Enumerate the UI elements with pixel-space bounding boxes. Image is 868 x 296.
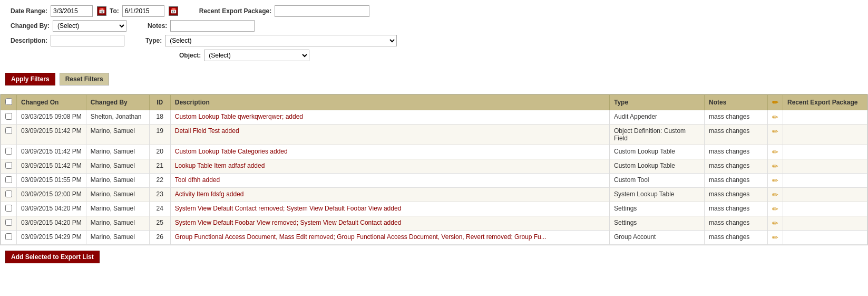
row-description-link[interactable]: Custom Lookup Table Categories added bbox=[175, 148, 288, 155]
row-id: 18 bbox=[149, 110, 170, 125]
object-select[interactable]: (Select) bbox=[204, 50, 309, 61]
row-edit-cell[interactable]: ✏ bbox=[768, 125, 783, 145]
row-description-link[interactable]: System View Default Foobar View removed;… bbox=[175, 219, 402, 226]
row-description-link[interactable]: Tool dfhh added bbox=[175, 176, 220, 184]
row-description-link[interactable]: Group Functional Access Document, Mass E… bbox=[175, 233, 547, 241]
row-description-link[interactable]: System View Default Contact removed; Sys… bbox=[175, 205, 402, 212]
row-type: Custom Tool bbox=[610, 174, 705, 188]
row-edit-cell[interactable]: ✏ bbox=[768, 110, 783, 125]
row-description-link[interactable]: Activity Item fdsfg added bbox=[175, 190, 244, 198]
header-id[interactable]: ID bbox=[149, 95, 170, 110]
row-checkbox-cell[interactable] bbox=[1, 125, 17, 145]
date-from-calendar-icon[interactable]: 📅 bbox=[97, 6, 106, 16]
row-description: Custom Lookup Table Categories added bbox=[170, 145, 609, 159]
row-checkbox[interactable] bbox=[5, 205, 12, 212]
row-notes: mass changes bbox=[705, 202, 768, 216]
row-checkbox-cell[interactable] bbox=[1, 231, 17, 245]
row-edit-cell[interactable]: ✏ bbox=[768, 145, 783, 159]
row-description-link[interactable]: Lookup Table Item adfasf added bbox=[175, 162, 265, 169]
header-notes[interactable]: Notes bbox=[705, 95, 768, 110]
row-checkbox[interactable] bbox=[5, 113, 12, 120]
notes-input[interactable] bbox=[170, 20, 255, 32]
row-edit-cell[interactable]: ✏ bbox=[768, 231, 783, 245]
row-checkbox[interactable] bbox=[5, 162, 12, 169]
date-to-input[interactable] bbox=[122, 5, 164, 17]
add-to-export-button[interactable]: Add Selected to Export List bbox=[5, 251, 100, 263]
select-all-checkbox[interactable] bbox=[5, 98, 12, 105]
row-checkbox-cell[interactable] bbox=[1, 145, 17, 159]
row-changed-by: Marino, Samuel bbox=[86, 216, 149, 231]
row-checkbox-cell[interactable] bbox=[1, 159, 17, 174]
row-id: 20 bbox=[149, 145, 170, 159]
header-changed-by[interactable]: Changed By bbox=[86, 95, 149, 110]
row-edit-cell[interactable]: ✏ bbox=[768, 188, 783, 202]
recent-export-group: Recent Export Package: bbox=[199, 5, 369, 17]
row-id: 23 bbox=[149, 188, 170, 202]
table-body: 03/03/2015 09:08 PM Shelton, Jonathan 18… bbox=[1, 110, 867, 245]
row-export bbox=[783, 145, 867, 159]
row-edit-pencil-icon[interactable]: ✏ bbox=[772, 127, 778, 136]
row-changed-on: 03/09/2015 01:42 PM bbox=[17, 125, 86, 145]
row-export bbox=[783, 125, 867, 145]
row-checkbox[interactable] bbox=[5, 176, 12, 183]
row-changed-on: 03/09/2015 02:00 PM bbox=[17, 188, 86, 202]
row-edit-pencil-icon[interactable]: ✏ bbox=[772, 190, 778, 199]
row-checkbox-cell[interactable] bbox=[1, 188, 17, 202]
row-changed-by: Marino, Samuel bbox=[86, 145, 149, 159]
row-checkbox[interactable] bbox=[5, 190, 12, 197]
row-description-link[interactable]: Detail Field Test added bbox=[175, 127, 239, 135]
header-checkbox[interactable] bbox=[1, 95, 17, 110]
row-description-link[interactable]: Custom Lookup Table qwerkqwerqwer; added bbox=[175, 113, 303, 120]
row-checkbox-cell[interactable] bbox=[1, 174, 17, 188]
recent-export-input[interactable] bbox=[275, 5, 369, 17]
row-checkbox[interactable] bbox=[5, 127, 12, 134]
audit-log-table-container[interactable]: Changed On Changed By ID Description Typ… bbox=[0, 94, 868, 245]
row-type: Settings bbox=[610, 202, 705, 216]
row-notes: mass changes bbox=[705, 125, 768, 145]
row-checkbox[interactable] bbox=[5, 233, 12, 240]
row-edit-pencil-icon[interactable]: ✏ bbox=[772, 162, 778, 170]
date-from-input[interactable] bbox=[51, 5, 93, 17]
row-edit-pencil-icon[interactable]: ✏ bbox=[772, 219, 778, 227]
row-checkbox[interactable] bbox=[5, 148, 12, 155]
row-edit-pencil-icon[interactable]: ✏ bbox=[772, 113, 778, 121]
row-edit-cell[interactable]: ✏ bbox=[768, 159, 783, 174]
reset-filters-button[interactable]: Reset Filters bbox=[60, 73, 109, 85]
header-changed-on[interactable]: Changed On bbox=[17, 95, 86, 110]
description-input[interactable] bbox=[51, 35, 124, 46]
date-to-calendar-icon[interactable]: 📅 bbox=[169, 6, 178, 16]
row-type: Group Account bbox=[610, 231, 705, 245]
changed-by-select[interactable]: (Select) bbox=[53, 20, 126, 32]
row-notes: mass changes bbox=[705, 231, 768, 245]
row-edit-pencil-icon[interactable]: ✏ bbox=[772, 233, 778, 242]
header-description[interactable]: Description bbox=[170, 95, 609, 110]
row-checkbox-cell[interactable] bbox=[1, 216, 17, 231]
row-export bbox=[783, 110, 867, 125]
row-export bbox=[783, 159, 867, 174]
row-export bbox=[783, 174, 867, 188]
table-row: 03/09/2015 04:20 PM Marino, Samuel 25 Sy… bbox=[1, 216, 867, 231]
row-checkbox[interactable] bbox=[5, 219, 12, 226]
header-type[interactable]: Type bbox=[610, 95, 705, 110]
table-row: 03/09/2015 01:42 PM Marino, Samuel 20 Cu… bbox=[1, 145, 867, 159]
date-to-label: To: bbox=[110, 7, 119, 15]
row-id: 26 bbox=[149, 231, 170, 245]
row-checkbox-cell[interactable] bbox=[1, 110, 17, 125]
row-checkbox-cell[interactable] bbox=[1, 202, 17, 216]
row-edit-cell[interactable]: ✏ bbox=[768, 216, 783, 231]
row-edit-pencil-icon[interactable]: ✏ bbox=[772, 148, 778, 156]
row-edit-cell[interactable]: ✏ bbox=[768, 202, 783, 216]
type-select[interactable]: (Select) bbox=[165, 35, 397, 46]
row-edit-pencil-icon[interactable]: ✏ bbox=[772, 205, 778, 213]
row-edit-pencil-icon[interactable]: ✏ bbox=[772, 176, 778, 185]
header-recent-export: Recent Export Package bbox=[783, 95, 867, 110]
row-edit-cell[interactable]: ✏ bbox=[768, 174, 783, 188]
table-row: 03/09/2015 04:20 PM Marino, Samuel 24 Sy… bbox=[1, 202, 867, 216]
apply-filters-button[interactable]: Apply Filters bbox=[5, 73, 55, 85]
table-row: 03/09/2015 01:42 PM Marino, Samuel 21 Lo… bbox=[1, 159, 867, 174]
row-description: Activity Item fdsfg added bbox=[170, 188, 609, 202]
row-description: Group Functional Access Document, Mass E… bbox=[170, 231, 609, 245]
filter-row-2: Changed By: (Select) Notes: bbox=[11, 20, 857, 32]
filter-row-3: Description: Type: (Select) bbox=[11, 35, 857, 46]
row-type: System Lookup Table bbox=[610, 188, 705, 202]
